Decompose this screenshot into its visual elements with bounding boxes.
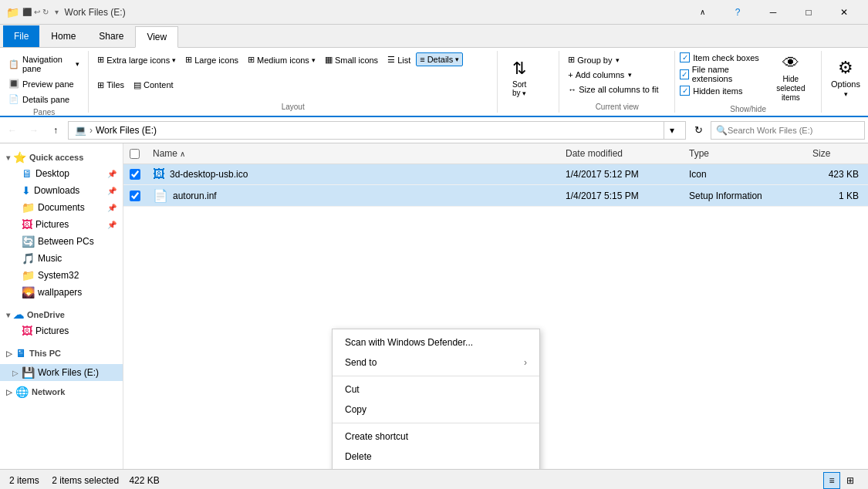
file-name-cell: 🖼 3d-desktop-usb.ico	[147, 164, 559, 184]
list-btn[interactable]: ☰ List	[383, 52, 414, 67]
sidebar-item-onedrive-pictures[interactable]: 🖼 Pictures	[15, 322, 123, 339]
ctx-create-shortcut[interactable]: Create shortcut	[333, 427, 539, 447]
large-icons-view-toggle[interactable]: ⊞	[842, 472, 859, 489]
path-text: Work Files (E:)	[96, 125, 157, 136]
sidebar-item-between-pcs[interactable]: 🔄 Between PCs	[15, 233, 123, 250]
wallpapers-icon: 🌄	[22, 286, 35, 298]
forward-btn[interactable]: →	[25, 121, 43, 140]
quick-access-items: 🖥 Desktop 📌 ⬇ Downloads 📌 📁 Documents 📌 …	[0, 165, 123, 301]
network-icon: 🌐	[15, 386, 29, 398]
item-checkboxes-row[interactable]: Item check boxes	[680, 52, 760, 62]
col-size[interactable]: Size	[806, 147, 868, 160]
ctx-sep-1	[333, 376, 539, 376]
sidebar-quick-access-label[interactable]: ▾ ⭐ Quick access	[0, 150, 123, 165]
col-name[interactable]: Name ∧	[147, 147, 559, 160]
ctx-rename[interactable]: Rename	[333, 467, 539, 469]
sidebar-item-downloads[interactable]: ⬇ Downloads 📌	[15, 182, 123, 199]
content-btn[interactable]: ▤ Content	[130, 78, 177, 93]
sort-by-btn[interactable]: ⇅ Sortby ▾	[502, 52, 536, 103]
file-checkbox-cell[interactable]	[123, 166, 147, 183]
tab-file[interactable]: File	[3, 25, 39, 47]
file-checkbox-cell-2[interactable]	[123, 187, 147, 204]
preview-pane-btn[interactable]: 🔳 Preview pane	[5, 76, 78, 91]
col-type[interactable]: Type	[683, 147, 806, 160]
file-checkbox[interactable]	[130, 169, 140, 180]
nav-pane-dropdown[interactable]: ▾	[76, 60, 79, 68]
group-by-btn[interactable]: ⊞ Group by ▾	[564, 52, 623, 67]
expand-network: ▷	[6, 388, 12, 396]
onedrive-pictures-icon: 🖼	[22, 325, 32, 337]
close-btn[interactable]: ✕	[826, 0, 862, 25]
size-all-columns-btn[interactable]: ↔ Size all columns to fit	[564, 83, 662, 96]
address-path[interactable]: 💻 › Work Files (E:) ▾	[68, 121, 686, 140]
back-btn[interactable]: ←	[3, 121, 22, 140]
file-checkbox-2[interactable]	[130, 191, 140, 201]
options-btn[interactable]: ⚙ Options ▾	[826, 52, 865, 103]
minimize-btn[interactable]: ─	[755, 0, 791, 25]
details-pane-btn[interactable]: 📄 Details pane	[5, 92, 73, 106]
extra-large-icons-btn[interactable]: ⊞ Extra large icons ▾	[93, 52, 180, 67]
sidebar-this-pc: ▷ 🖥 This PC	[0, 342, 123, 364]
ctx-scan-defender[interactable]: Scan with Windows Defender...	[333, 332, 539, 352]
sidebar-item-documents[interactable]: 📁 Documents 📌	[15, 199, 123, 216]
search-icon: 🔍	[716, 125, 728, 136]
item-checkboxes-checkbox[interactable]	[680, 52, 690, 62]
status-item-count: 2 items 2 items selected 422 KB	[9, 475, 160, 486]
sidebar-item-wallpapers[interactable]: 🌄 wallpapers	[15, 284, 123, 301]
sidebar-item-work-files[interactable]: ▷ 💾 Work Files (E:)	[0, 364, 123, 381]
medium-icons-btn[interactable]: ⊞ Medium icons ▾	[244, 52, 319, 67]
navigation-pane-btn[interactable]: 📋 Navigation pane ▾	[5, 52, 83, 76]
tab-share[interactable]: Share	[87, 25, 135, 47]
tab-view[interactable]: View	[135, 26, 178, 48]
work-files-icon: 💾	[22, 366, 35, 379]
hide-selected-btn[interactable]: 👁 Hide selecteditems	[765, 52, 816, 103]
maximize-btn[interactable]: □	[791, 0, 826, 25]
file-name-ext-checkbox[interactable]	[680, 69, 688, 79]
ctx-cut[interactable]: Cut	[333, 379, 539, 400]
file-name-ext-row[interactable]: File name extensions	[680, 65, 760, 83]
ribbon-group-layout: ⊞ Extra large icons ▾ ⊞ Large icons ⊞ Me…	[89, 51, 498, 113]
hidden-items-row[interactable]: Hidden items	[680, 86, 760, 96]
search-box[interactable]: 🔍	[711, 121, 865, 140]
sidebar-item-desktop[interactable]: 🖥 Desktop 📌	[15, 165, 123, 182]
ribbon-collapse-btn[interactable]: ∧	[684, 0, 720, 25]
sidebar-this-pc-label[interactable]: ▷ 🖥 This PC	[0, 346, 123, 361]
sidebar-network: ▷ 🌐 Network	[0, 381, 123, 403]
sidebar-item-pictures[interactable]: 🖼 Pictures 📌	[15, 216, 123, 233]
hidden-items-checkbox[interactable]	[680, 86, 690, 96]
tab-home[interactable]: Home	[39, 25, 87, 47]
path-computer-icon: 💻	[75, 125, 86, 136]
group-by-icon: ⊞	[568, 55, 575, 65]
help-btn[interactable]: ?	[720, 0, 755, 25]
up-btn[interactable]: ↑	[46, 121, 65, 140]
large-icons-btn[interactable]: ⊞ Large icons	[181, 52, 242, 67]
add-columns-btn[interactable]: + Add columns ▾	[564, 68, 636, 82]
select-all-checkbox[interactable]	[130, 149, 140, 159]
pin-icon-documents: 📌	[107, 204, 117, 212]
sidebar-item-system32[interactable]: 📁 System32	[15, 267, 123, 284]
details-btn[interactable]: ≡ Details ▾	[416, 52, 463, 66]
search-input[interactable]	[728, 126, 860, 135]
details-view-toggle[interactable]: ≡	[823, 472, 840, 489]
tiles-btn[interactable]: ⊞ Tiles	[93, 78, 128, 93]
col-checkbox[interactable]	[123, 147, 147, 160]
sidebar-item-music[interactable]: 🎵 Music	[15, 250, 123, 267]
file-row[interactable]: 📄 autorun.inf 1/4/2017 5:15 PM Setup Inf…	[123, 185, 868, 207]
size-columns-icon: ↔	[568, 85, 576, 94]
file-row[interactable]: 🖼 3d-desktop-usb.ico 1/4/2017 5:12 PM Ic…	[123, 164, 868, 185]
layout-buttons: ⊞ Extra large icons ▾ ⊞ Large icons ⊞ Me…	[93, 52, 492, 101]
extra-large-icon: ⊞	[97, 55, 104, 65]
col-date-modified[interactable]: Date modified	[559, 147, 683, 160]
ctx-send-to[interactable]: Send to ›	[333, 352, 539, 373]
ctx-delete[interactable]: Delete	[333, 447, 539, 467]
panes-group-label: Panes	[5, 106, 83, 116]
onedrive-items: 🖼 Pictures	[0, 322, 123, 339]
ctx-copy[interactable]: Copy	[333, 400, 539, 420]
sidebar-onedrive-label[interactable]: ▾ ☁ OneDrive	[0, 307, 123, 322]
address-dropdown[interactable]: ▾	[664, 122, 679, 139]
small-icons-btn[interactable]: ▦ Small icons	[321, 52, 382, 67]
address-bar: ← → ↑ 💻 › Work Files (E:) ▾ ↻ 🔍	[0, 117, 868, 143]
ribbon-group-panes: 📋 Navigation pane ▾ 🔳 Preview pane 📄 Det…	[0, 51, 89, 113]
refresh-btn[interactable]: ↻	[689, 121, 708, 140]
sidebar-network-label[interactable]: ▷ 🌐 Network	[0, 384, 123, 400]
